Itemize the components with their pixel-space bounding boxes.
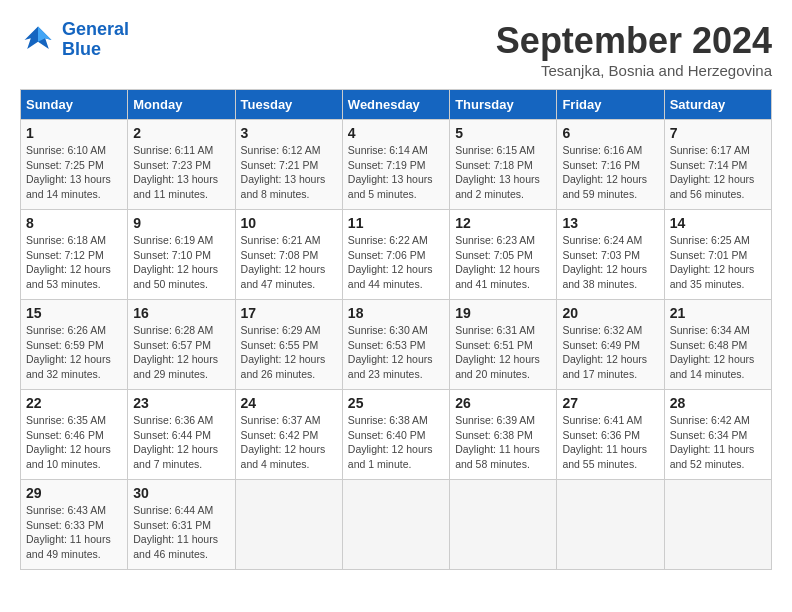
calendar-cell (235, 480, 342, 570)
day-number: 25 (348, 395, 444, 411)
day-number: 30 (133, 485, 229, 501)
calendar-cell: 27Sunrise: 6:41 AM Sunset: 6:36 PM Dayli… (557, 390, 664, 480)
day-info: Sunrise: 6:42 AM Sunset: 6:34 PM Dayligh… (670, 413, 766, 472)
day-info: Sunrise: 6:22 AM Sunset: 7:06 PM Dayligh… (348, 233, 444, 292)
calendar-cell: 20Sunrise: 6:32 AM Sunset: 6:49 PM Dayli… (557, 300, 664, 390)
day-number: 8 (26, 215, 122, 231)
day-number: 2 (133, 125, 229, 141)
day-number: 1 (26, 125, 122, 141)
calendar-cell: 15Sunrise: 6:26 AM Sunset: 6:59 PM Dayli… (21, 300, 128, 390)
calendar-cell: 2Sunrise: 6:11 AM Sunset: 7:23 PM Daylig… (128, 120, 235, 210)
day-info: Sunrise: 6:35 AM Sunset: 6:46 PM Dayligh… (26, 413, 122, 472)
day-info: Sunrise: 6:34 AM Sunset: 6:48 PM Dayligh… (670, 323, 766, 382)
calendar-cell: 8Sunrise: 6:18 AM Sunset: 7:12 PM Daylig… (21, 210, 128, 300)
calendar-cell: 13Sunrise: 6:24 AM Sunset: 7:03 PM Dayli… (557, 210, 664, 300)
calendar-week-2: 8Sunrise: 6:18 AM Sunset: 7:12 PM Daylig… (21, 210, 772, 300)
calendar-cell: 17Sunrise: 6:29 AM Sunset: 6:55 PM Dayli… (235, 300, 342, 390)
calendar-cell: 30Sunrise: 6:44 AM Sunset: 6:31 PM Dayli… (128, 480, 235, 570)
calendar-cell (664, 480, 771, 570)
calendar-cell: 6Sunrise: 6:16 AM Sunset: 7:16 PM Daylig… (557, 120, 664, 210)
day-number: 4 (348, 125, 444, 141)
day-number: 26 (455, 395, 551, 411)
day-info: Sunrise: 6:24 AM Sunset: 7:03 PM Dayligh… (562, 233, 658, 292)
day-number: 22 (26, 395, 122, 411)
day-info: Sunrise: 6:21 AM Sunset: 7:08 PM Dayligh… (241, 233, 337, 292)
day-header-tuesday: Tuesday (235, 90, 342, 120)
day-info: Sunrise: 6:30 AM Sunset: 6:53 PM Dayligh… (348, 323, 444, 382)
day-info: Sunrise: 6:28 AM Sunset: 6:57 PM Dayligh… (133, 323, 229, 382)
calendar-cell: 23Sunrise: 6:36 AM Sunset: 6:44 PM Dayli… (128, 390, 235, 480)
day-info: Sunrise: 6:15 AM Sunset: 7:18 PM Dayligh… (455, 143, 551, 202)
calendar-week-4: 22Sunrise: 6:35 AM Sunset: 6:46 PM Dayli… (21, 390, 772, 480)
calendar-body: 1Sunrise: 6:10 AM Sunset: 7:25 PM Daylig… (21, 120, 772, 570)
calendar-cell: 25Sunrise: 6:38 AM Sunset: 6:40 PM Dayli… (342, 390, 449, 480)
day-number: 12 (455, 215, 551, 231)
day-number: 10 (241, 215, 337, 231)
day-info: Sunrise: 6:16 AM Sunset: 7:16 PM Dayligh… (562, 143, 658, 202)
calendar-cell (342, 480, 449, 570)
day-info: Sunrise: 6:37 AM Sunset: 6:42 PM Dayligh… (241, 413, 337, 472)
day-number: 7 (670, 125, 766, 141)
calendar-header: SundayMondayTuesdayWednesdayThursdayFrid… (21, 90, 772, 120)
day-info: Sunrise: 6:44 AM Sunset: 6:31 PM Dayligh… (133, 503, 229, 562)
day-info: Sunrise: 6:38 AM Sunset: 6:40 PM Dayligh… (348, 413, 444, 472)
day-number: 24 (241, 395, 337, 411)
day-number: 9 (133, 215, 229, 231)
day-info: Sunrise: 6:25 AM Sunset: 7:01 PM Dayligh… (670, 233, 766, 292)
day-header-monday: Monday (128, 90, 235, 120)
day-number: 17 (241, 305, 337, 321)
day-info: Sunrise: 6:11 AM Sunset: 7:23 PM Dayligh… (133, 143, 229, 202)
logo-icon (20, 22, 56, 58)
day-info: Sunrise: 6:10 AM Sunset: 7:25 PM Dayligh… (26, 143, 122, 202)
day-number: 5 (455, 125, 551, 141)
day-info: Sunrise: 6:17 AM Sunset: 7:14 PM Dayligh… (670, 143, 766, 202)
calendar-cell: 11Sunrise: 6:22 AM Sunset: 7:06 PM Dayli… (342, 210, 449, 300)
month-title: September 2024 (496, 20, 772, 62)
day-info: Sunrise: 6:14 AM Sunset: 7:19 PM Dayligh… (348, 143, 444, 202)
day-info: Sunrise: 6:39 AM Sunset: 6:38 PM Dayligh… (455, 413, 551, 472)
logo-text: General Blue (62, 20, 129, 60)
calendar-cell: 28Sunrise: 6:42 AM Sunset: 6:34 PM Dayli… (664, 390, 771, 480)
day-number: 13 (562, 215, 658, 231)
calendar-cell: 14Sunrise: 6:25 AM Sunset: 7:01 PM Dayli… (664, 210, 771, 300)
calendar-cell: 9Sunrise: 6:19 AM Sunset: 7:10 PM Daylig… (128, 210, 235, 300)
day-header-saturday: Saturday (664, 90, 771, 120)
calendar-cell: 24Sunrise: 6:37 AM Sunset: 6:42 PM Dayli… (235, 390, 342, 480)
page-header: General Blue September 2024 Tesanjka, Bo… (20, 20, 772, 79)
day-number: 28 (670, 395, 766, 411)
day-info: Sunrise: 6:41 AM Sunset: 6:36 PM Dayligh… (562, 413, 658, 472)
day-number: 21 (670, 305, 766, 321)
calendar-cell: 19Sunrise: 6:31 AM Sunset: 6:51 PM Dayli… (450, 300, 557, 390)
day-info: Sunrise: 6:43 AM Sunset: 6:33 PM Dayligh… (26, 503, 122, 562)
day-number: 18 (348, 305, 444, 321)
day-number: 23 (133, 395, 229, 411)
calendar-cell: 16Sunrise: 6:28 AM Sunset: 6:57 PM Dayli… (128, 300, 235, 390)
day-info: Sunrise: 6:23 AM Sunset: 7:05 PM Dayligh… (455, 233, 551, 292)
day-header-friday: Friday (557, 90, 664, 120)
calendar-week-1: 1Sunrise: 6:10 AM Sunset: 7:25 PM Daylig… (21, 120, 772, 210)
day-number: 3 (241, 125, 337, 141)
calendar-cell: 12Sunrise: 6:23 AM Sunset: 7:05 PM Dayli… (450, 210, 557, 300)
day-number: 19 (455, 305, 551, 321)
day-info: Sunrise: 6:36 AM Sunset: 6:44 PM Dayligh… (133, 413, 229, 472)
calendar-cell: 10Sunrise: 6:21 AM Sunset: 7:08 PM Dayli… (235, 210, 342, 300)
day-header-thursday: Thursday (450, 90, 557, 120)
logo: General Blue (20, 20, 129, 60)
day-header-wednesday: Wednesday (342, 90, 449, 120)
title-block: September 2024 Tesanjka, Bosnia and Herz… (496, 20, 772, 79)
day-info: Sunrise: 6:19 AM Sunset: 7:10 PM Dayligh… (133, 233, 229, 292)
calendar-cell: 29Sunrise: 6:43 AM Sunset: 6:33 PM Dayli… (21, 480, 128, 570)
calendar-cell: 22Sunrise: 6:35 AM Sunset: 6:46 PM Dayli… (21, 390, 128, 480)
day-number: 20 (562, 305, 658, 321)
day-info: Sunrise: 6:26 AM Sunset: 6:59 PM Dayligh… (26, 323, 122, 382)
calendar-cell: 3Sunrise: 6:12 AM Sunset: 7:21 PM Daylig… (235, 120, 342, 210)
calendar-cell: 18Sunrise: 6:30 AM Sunset: 6:53 PM Dayli… (342, 300, 449, 390)
calendar-week-5: 29Sunrise: 6:43 AM Sunset: 6:33 PM Dayli… (21, 480, 772, 570)
day-info: Sunrise: 6:18 AM Sunset: 7:12 PM Dayligh… (26, 233, 122, 292)
day-number: 14 (670, 215, 766, 231)
location-subtitle: Tesanjka, Bosnia and Herzegovina (496, 62, 772, 79)
day-number: 27 (562, 395, 658, 411)
calendar-cell (557, 480, 664, 570)
day-header-sunday: Sunday (21, 90, 128, 120)
day-number: 29 (26, 485, 122, 501)
